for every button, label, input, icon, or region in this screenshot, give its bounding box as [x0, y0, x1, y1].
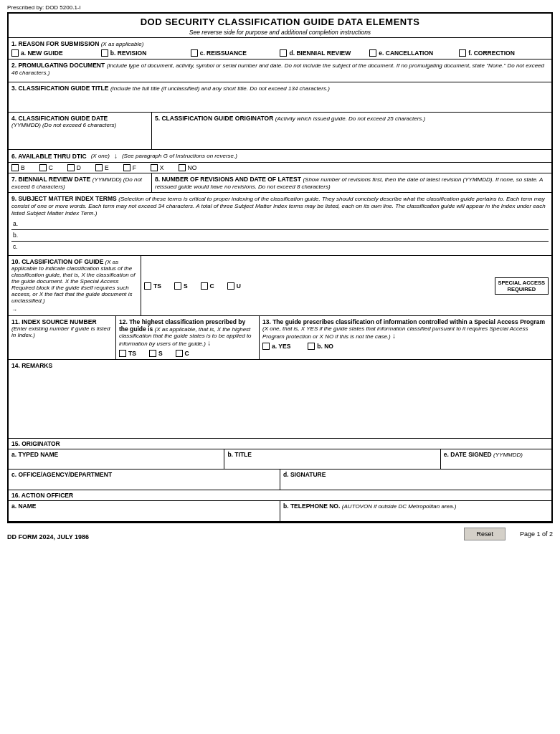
section12-checks: TS S C: [119, 350, 256, 357]
cb10-s: S: [174, 282, 188, 290]
cb6b-x-box[interactable]: [151, 164, 158, 171]
page: Prescribed by: DOD 5200.1-I DOD SECURITY…: [0, 0, 560, 734]
section6-label: 6. AVAILABLE THRU DTIC: [11, 153, 87, 160]
cb13-no-box[interactable]: [308, 343, 315, 350]
cb-biennial-box[interactable]: [280, 49, 287, 57]
cb6b-d: D: [67, 164, 95, 171]
section3: 3. CLASSIFICATION GUIDE TITLE (Include t…: [9, 82, 551, 113]
form-title: DOD SECURITY CLASSIFICATION GUIDE DATA E…: [10, 16, 550, 27]
section3-note: (Include the full title (if unclassified…: [110, 85, 330, 92]
cb-reissuance-label: c. REISSUANCE: [200, 49, 247, 57]
form-border: DOD SECURITY CLASSIFICATION GUIDE DATA E…: [7, 12, 553, 523]
section11-label: 11. INDEX SOURCE NUMBER: [11, 318, 97, 325]
cb10-s-label: S: [184, 282, 188, 290]
section14: 14. REMARKS: [9, 360, 551, 439]
cb-new-guide-box[interactable]: [11, 49, 19, 57]
checkbox-revision: b. REVISION: [101, 49, 185, 57]
cb12-s-label: S: [158, 350, 163, 357]
section1-header: 1. REASON FOR SUBMISSION (X as applicabl…: [11, 40, 549, 47]
cb6b-no-box[interactable]: [179, 164, 186, 171]
section15-sig: d. SIGNATURE: [280, 470, 551, 490]
cb-cancellation-label: e. CANCELLATION: [379, 49, 433, 57]
section6b: B C D E F X NO: [9, 163, 551, 173]
section15-typed-name-label: a. TYPED NAME: [11, 451, 58, 458]
section13-arrow: ↓: [392, 332, 396, 340]
cb6b-c-label: C: [49, 164, 53, 171]
cb6b-f-box[interactable]: [123, 164, 130, 171]
cb6b-e-box[interactable]: [95, 164, 103, 171]
section10-arrow: →: [11, 307, 138, 313]
section5-label: 5. CLASSIFICATION GUIDE ORIGINATOR: [155, 115, 273, 122]
section4-note: (YYMMDD) (Do not exceed 6 characters): [11, 122, 148, 128]
cb12-s: S: [149, 350, 163, 357]
reset-button[interactable]: Reset: [464, 528, 506, 540]
prescribed-text: Prescribed by: DOD 5200.1-I: [7, 4, 553, 11]
section15-date: e. DATE SIGNED (YYMMDD): [441, 449, 551, 469]
cb6b-c-box[interactable]: [39, 164, 47, 171]
section1-label: 1. REASON FOR SUBMISSION: [11, 40, 99, 47]
cb10-c-box[interactable]: [201, 282, 208, 290]
section10-note: (X as applicable to indicate classificat…: [11, 259, 136, 304]
cb10-ts-box[interactable]: [144, 282, 151, 290]
section2: 2. PROMULGATING DOCUMENT (Include type o…: [9, 59, 551, 82]
cb13-yes-label: a. YES: [272, 343, 290, 350]
section12: 12. The highest classification prescribe…: [116, 316, 260, 359]
cb12-s-box[interactable]: [149, 350, 156, 357]
cb-correction-box[interactable]: [459, 49, 466, 57]
section10-checks: TS S C U SPECIAL ACCESSREQUIRED: [141, 256, 551, 315]
cb6b-no: NO: [179, 164, 212, 171]
cb10-s-box[interactable]: [174, 282, 181, 290]
section15-date-note: (YYMMDD): [493, 452, 523, 458]
section16-name-label: a. NAME: [11, 502, 36, 510]
checkbox-correction: f. CORRECTION: [459, 49, 543, 57]
section13-checks: a. YES b. NO: [262, 343, 549, 350]
section9-line-c: c.: [11, 242, 549, 253]
cb12-ts-label: TS: [128, 350, 136, 357]
section15-b: c. OFFICE/AGENCY/DEPARTMENT d. SIGNATURE: [9, 470, 551, 490]
section15-office: c. OFFICE/AGENCY/DEPARTMENT: [9, 470, 280, 490]
form-subtitle: See reverse side for purpose and additio…: [10, 29, 550, 36]
section6-see: (See paragraph G of Instructions on reve…: [122, 153, 237, 159]
cb6b-f: F: [123, 164, 151, 171]
section15-a: a. TYPED NAME b. TITLE e. DATE SIGNED (Y…: [9, 449, 551, 470]
section1113: 11. INDEX SOURCE NUMBER (Enter existing …: [9, 316, 551, 360]
section15-header: 15. ORIGINATOR: [9, 439, 551, 449]
section7-label: 7. BIENNIAL REVIEW DATE: [11, 176, 90, 183]
cb6b-d-box[interactable]: [67, 164, 75, 171]
section10: 10. CLASSIFICATION OF GUIDE (X as applic…: [9, 256, 551, 316]
cb12-ts-box[interactable]: [119, 350, 126, 357]
footer-form: DD FORM 2024, JULY 1986: [7, 533, 89, 540]
section5: 5. CLASSIFICATION GUIDE ORIGINATOR (Acti…: [152, 113, 551, 149]
cb10-c: C: [201, 282, 214, 290]
section8: 8. NUMBER OF REVISIONS AND DATE OF LATES…: [152, 173, 551, 192]
section16-tel-label: b. TELEPHONE NO.: [283, 502, 340, 510]
cb6b-e-label: E: [105, 164, 109, 171]
section78: 7. BIENNIAL REVIEW DATE (YYMMDD) (Do not…: [9, 173, 551, 193]
footer: DD FORM 2024, JULY 1986 Reset Page 1 of …: [7, 526, 553, 542]
cb-reissuance-box[interactable]: [191, 49, 198, 57]
cb6b-x-label: X: [160, 164, 164, 171]
cb10-c-label: C: [210, 282, 214, 290]
footer-page: Page 1 of 2: [520, 530, 553, 538]
section9: 9. SUBJECT MATTER INDEX TERMS (Selection…: [9, 193, 551, 256]
cb10-u-box[interactable]: [227, 282, 234, 290]
section2-label: 2. PROMULGATING DOCUMENT: [11, 62, 105, 69]
section16-header: 16. ACTION OFFICER: [9, 490, 551, 501]
cb13-no: b. NO: [308, 343, 333, 350]
section16-name: a. NAME: [9, 501, 280, 521]
section15-title: b. TITLE: [224, 449, 440, 469]
section1-note: (X as applicable): [101, 41, 144, 47]
cb13-yes-box[interactable]: [262, 343, 270, 350]
section6: 6. AVAILABLE THRU DTIC (X one) ↓ (See pa…: [9, 150, 551, 163]
cb12-c-box[interactable]: [176, 350, 183, 357]
section1-checkboxes: a. NEW GUIDE b. REVISION c. REISSUANCE d…: [11, 49, 549, 57]
cb-revision-label: b. REVISION: [110, 49, 147, 57]
cb6b-b-box[interactable]: [11, 164, 19, 171]
section4-label: 4. CLASSIFICATION GUIDE DATE: [11, 115, 108, 122]
cb-revision-box[interactable]: [101, 49, 108, 57]
cb10-u-label: U: [237, 282, 241, 290]
cb-cancellation-box[interactable]: [369, 49, 376, 57]
section15-sig-label: d. SIGNATURE: [283, 471, 326, 478]
section1: 1. REASON FOR SUBMISSION (X as applicabl…: [9, 38, 551, 59]
checkbox-new-guide: a. NEW GUIDE: [11, 49, 95, 57]
